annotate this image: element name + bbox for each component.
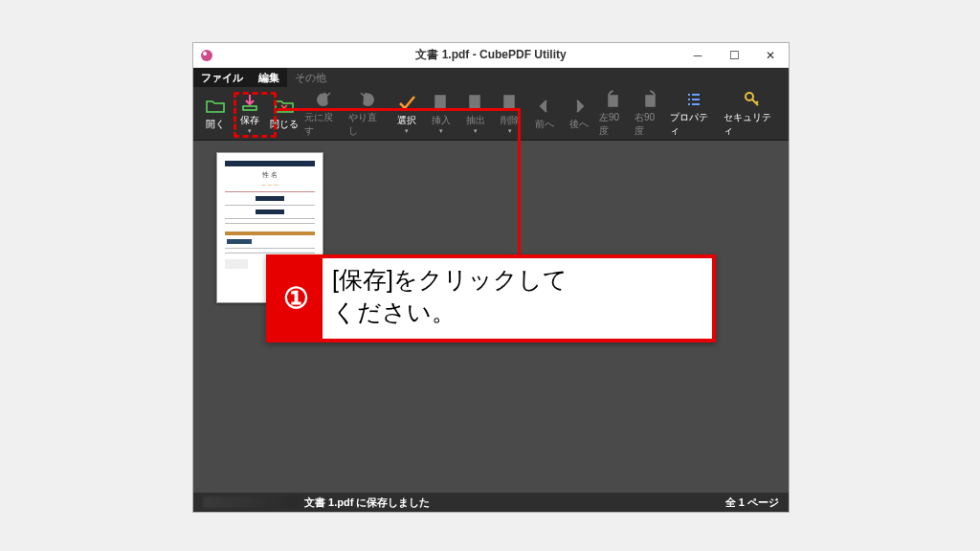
redo-icon (358, 90, 377, 109)
dropdown-caret-icon: ▾ (508, 128, 512, 134)
prev-button[interactable]: 前へ (528, 91, 561, 137)
toolbar-label: 削除 (501, 114, 520, 127)
minimize-button[interactable]: ─ (679, 43, 716, 67)
svg-point-7 (746, 93, 753, 100)
toolbar-label: 右90度 (635, 111, 664, 138)
toolbar-label: 選択 (397, 114, 416, 127)
select-button[interactable]: 選択 ▾ (390, 91, 423, 137)
dropdown-caret-icon: ▾ (405, 128, 409, 134)
rotate-right-icon (640, 90, 659, 109)
rotate-left-button[interactable]: 左90度 (597, 91, 631, 137)
key-icon (743, 90, 762, 109)
toolbar-label: 後へ (569, 118, 589, 131)
svg-point-0 (201, 50, 212, 61)
annotation-callout: ① [保存]をクリックして ください。 (266, 254, 716, 342)
arrow-left-icon (535, 97, 554, 116)
titlebar: 文書 1.pdf - CubePDF Utility ─ ☐ ✕ (193, 43, 789, 68)
delete-button[interactable]: 削除 ▾ (494, 91, 526, 137)
status-path-blurred (203, 496, 299, 508)
folder-close-icon (275, 97, 294, 116)
folder-open-icon (206, 97, 225, 116)
menu-other[interactable]: その他 (287, 68, 334, 87)
app-icon (199, 48, 214, 63)
toolbar-label: セキュリティ (724, 111, 781, 138)
undo-icon (314, 90, 333, 109)
annotation-connector (278, 108, 521, 111)
dropdown-caret-icon: ▾ (474, 128, 478, 134)
close-button[interactable]: ✕ (752, 43, 789, 67)
redo-button[interactable]: やり直し (346, 91, 389, 137)
annotation-highlight-save (234, 92, 277, 138)
security-button[interactable]: セキュリティ (722, 91, 783, 137)
svg-rect-6 (646, 96, 655, 106)
list-icon (684, 90, 703, 109)
toolbar-label: 抽出 (466, 114, 485, 127)
toolbar-label: 元に戻す (304, 111, 343, 138)
next-button[interactable]: 後へ (563, 91, 595, 137)
undo-button[interactable]: 元に戻す (302, 91, 345, 137)
toolbar-label: やり直し (348, 111, 387, 138)
menubar: ファイル 編集 その他 (193, 68, 789, 87)
toolbar: 開く 保存 ▾ 閉じる 元に戻す やり直し 選択 ▾ 挿入 ▾ (193, 87, 789, 141)
annotation-step-badge: ① (270, 258, 323, 339)
open-button[interactable]: 開く (199, 91, 232, 137)
toolbar-label: 開く (206, 118, 225, 131)
rotate-left-icon (604, 90, 623, 109)
toolbar-label: 挿入 (432, 114, 451, 127)
annotation-connector (518, 108, 521, 254)
extract-button[interactable]: 抽出 ▾ (459, 91, 492, 137)
rotate-right-button[interactable]: 右90度 (633, 91, 666, 137)
dropdown-caret-icon: ▾ (439, 128, 443, 134)
status-page-info: 全 1 ページ (725, 496, 779, 510)
insert-button[interactable]: 挿入 ▾ (425, 91, 457, 137)
svg-rect-5 (609, 96, 617, 106)
property-button[interactable]: プロパティ (668, 91, 720, 137)
svg-point-1 (203, 52, 207, 55)
thumb-title: 性 名 (225, 170, 315, 180)
statusbar: 文書 1.pdf に保存しました 全 1 ページ (193, 493, 789, 512)
window-controls: ─ ☐ ✕ (679, 43, 789, 67)
arrow-right-icon (569, 97, 589, 116)
maximize-button[interactable]: ☐ (716, 43, 752, 67)
toolbar-label: プロパティ (670, 111, 718, 138)
status-message: 文書 1.pdf に保存しました (304, 496, 430, 510)
menu-edit[interactable]: 編集 (251, 68, 287, 87)
toolbar-label: 左90度 (599, 111, 629, 138)
toolbar-label: 前へ (535, 118, 554, 131)
menu-file[interactable]: ファイル (193, 68, 251, 87)
annotation-text: [保存]をクリックして ください。 (323, 258, 577, 339)
